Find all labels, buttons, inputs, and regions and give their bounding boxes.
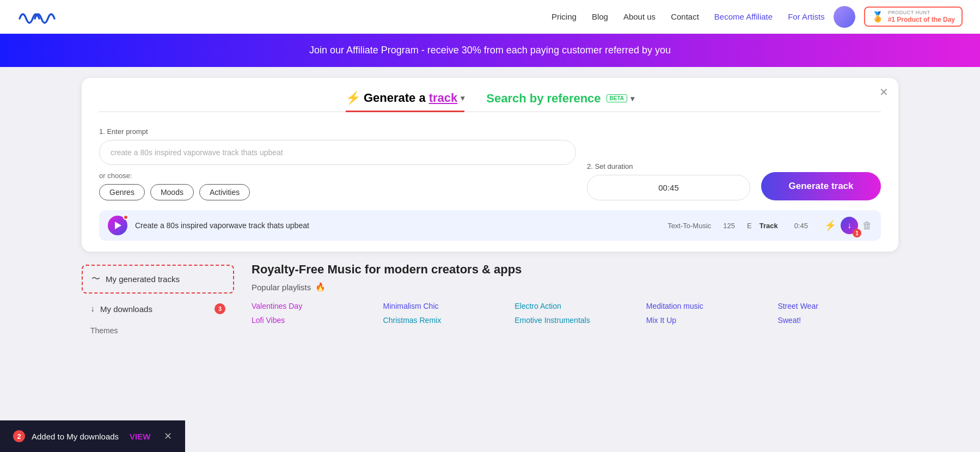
moods-chip[interactable]: Moods [150, 184, 194, 200]
avatar[interactable] [834, 6, 855, 28]
product-hunt-top: PRODUCT HUNT [888, 10, 955, 16]
playlist-minimalism[interactable]: Minimalism Chic [383, 301, 504, 311]
sidebar-item-downloads[interactable]: ↓ My downloads 3 [82, 296, 234, 322]
track-recording-dot [123, 215, 128, 220]
track-name: Create a 80s inspired vaporwave track th… [135, 221, 660, 230]
track-actions: ⚡ ↓ 1 🗑 [824, 217, 872, 234]
themes-label: Themes [82, 322, 234, 339]
tab-generate-prefix: Generate a [364, 91, 426, 105]
main-content: ✕ ⚡ Generate a track ▾ Search by referen… [0, 78, 980, 350]
nav-contact[interactable]: Contact [671, 12, 699, 21]
nav-links: Pricing Blog About us Contact Become Aff… [552, 12, 825, 21]
prompt-label: 1. Enter prompt [99, 127, 576, 136]
tab-search[interactable]: Search by reference BETA ▾ [486, 91, 634, 111]
playlist-emotive[interactable]: Emotive Instrumentals [514, 315, 635, 326]
banner-text: Join our Affiliate Program - receive 30%… [309, 45, 671, 56]
wave-icon: 〜 [91, 273, 100, 285]
playlists-grid: Valentines Day Minimalism Chic Electro A… [252, 301, 898, 326]
sidebar-downloads-label: My downloads [100, 304, 152, 314]
royalty-section: Royalty-Free Music for modern creators &… [234, 262, 898, 339]
prompt-group: 1. Enter prompt [99, 127, 576, 165]
or-choose-label: or choose: [99, 172, 576, 180]
duration-label: 2. Set duration [587, 162, 750, 170]
popular-label: Popular playlists [252, 283, 311, 292]
chips-row: Genres Moods Activities [99, 184, 576, 200]
tab-search-label: Search by reference [486, 91, 601, 106]
track-row: Create a 80s inspired vaporwave track th… [99, 210, 881, 241]
nav-about[interactable]: About us [623, 12, 656, 21]
bottom-section: 〜 My generated tracks ↓ My downloads 3 T… [82, 262, 898, 339]
form-row: 1. Enter prompt or choose: Genres Moods … [99, 127, 881, 200]
genres-chip[interactable]: Genres [99, 184, 145, 200]
playlist-mixitup[interactable]: Mix It Up [646, 315, 767, 326]
toast: 2 Added to My downloads VIEW ✕ [0, 420, 185, 452]
sidebar: 〜 My generated tracks ↓ My downloads 3 T… [82, 262, 234, 339]
toast-number: 2 [13, 430, 25, 442]
playlist-lofi[interactable]: Lofi Vibes [252, 315, 372, 326]
toast-view-link[interactable]: VIEW [130, 432, 150, 441]
nav-affiliate[interactable]: Become Affiliate [714, 12, 773, 21]
affiliate-banner[interactable]: Join our Affiliate Program - receive 30%… [0, 34, 980, 67]
playlist-sweat[interactable]: Sweat! [777, 315, 898, 326]
toast-close-button[interactable]: ✕ [164, 430, 172, 442]
generate-track-button[interactable]: Generate track [761, 172, 881, 200]
downloads-badge: 3 [215, 303, 225, 314]
tab-track-word: track [429, 91, 458, 105]
generator-card: ✕ ⚡ Generate a track ▾ Search by referen… [82, 78, 898, 252]
form-left: 1. Enter prompt or choose: Genres Moods … [99, 127, 576, 200]
nav-artists[interactable]: For Artists [788, 12, 825, 21]
sidebar-generated-label: My generated tracks [106, 274, 180, 284]
fire-icon: 🔥 [315, 282, 326, 292]
lightning-icon: ⚡ [346, 91, 360, 105]
product-hunt-badge[interactable]: 🏅 PRODUCT HUNT #1 Product of the Day [864, 7, 963, 27]
prompt-input[interactable] [99, 140, 576, 165]
nav-blog[interactable]: Blog [592, 12, 608, 21]
logo[interactable] [17, 8, 57, 26]
nav-pricing[interactable]: Pricing [552, 12, 577, 21]
download-icon: ↓ [847, 221, 852, 230]
track-play-button[interactable] [108, 216, 127, 235]
popular-playlists-row: Popular playlists 🔥 [252, 282, 898, 292]
duration-input[interactable] [587, 175, 750, 200]
activities-chip[interactable]: Activities [199, 184, 250, 200]
track-key: E [747, 222, 752, 230]
duration-group: 2. Set duration [587, 162, 750, 200]
royalty-title: Royalty-Free Music for modern creators &… [252, 262, 898, 277]
playlist-streetwear[interactable]: Street Wear [777, 301, 898, 311]
track-tag: Text-To-Music [667, 222, 711, 230]
product-hunt-text: PRODUCT HUNT #1 Product of the Day [888, 10, 955, 23]
product-hunt-bottom: #1 Product of the Day [888, 16, 955, 23]
search-chevron-icon: ▾ [630, 94, 634, 103]
playlist-meditation[interactable]: Meditation music [646, 301, 767, 311]
track-lightning-button[interactable]: ⚡ [824, 219, 836, 231]
track-bpm: 125 [723, 222, 735, 230]
toast-text: Added to My downloads [32, 432, 119, 441]
download-sidebar-icon: ↓ [90, 304, 95, 314]
tabs-row: ⚡ Generate a track ▾ Search by reference… [99, 91, 881, 112]
playlist-valentines[interactable]: Valentines Day [252, 301, 372, 311]
track-download-badge: 1 [853, 229, 861, 237]
track-download-button[interactable]: ↓ 1 [841, 217, 858, 234]
tab-generate[interactable]: ⚡ Generate a track ▾ [346, 91, 464, 112]
track-duration: 0:45 [794, 222, 808, 230]
track-type: Track [759, 222, 778, 230]
playlist-christmas[interactable]: Christmas Remix [383, 315, 504, 326]
medal-icon: 🏅 [872, 11, 884, 23]
navbar: Pricing Blog About us Contact Become Aff… [0, 0, 980, 34]
track-delete-button[interactable]: 🗑 [862, 220, 872, 231]
chevron-down-icon: ▾ [461, 94, 464, 102]
or-choose-section: or choose: Genres Moods Activities [99, 172, 576, 200]
playlist-electro[interactable]: Electro Action [514, 301, 635, 311]
beta-badge: BETA [607, 94, 627, 102]
sidebar-item-generated[interactable]: 〜 My generated tracks [82, 265, 234, 294]
close-button[interactable]: ✕ [879, 85, 889, 99]
